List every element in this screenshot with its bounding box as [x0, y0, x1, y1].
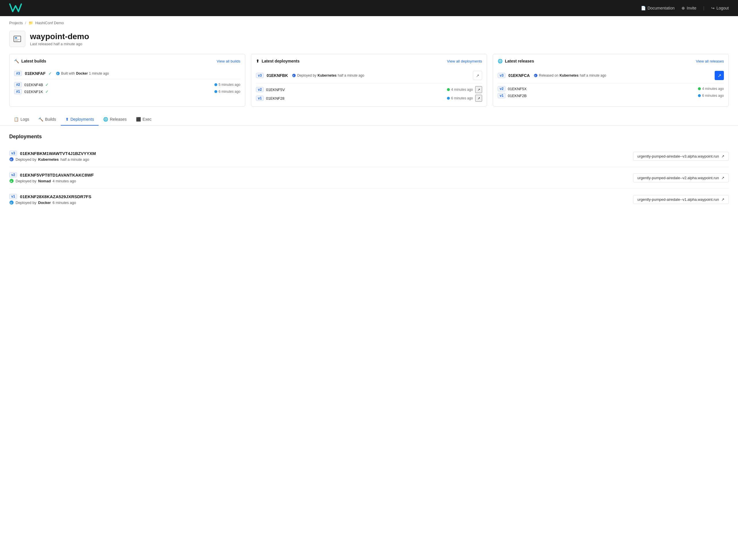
breadcrumb-folder-icon: 📁	[29, 21, 33, 25]
build-sub-item: #1 01EKNF1K ✓ 6 minutes ago	[14, 89, 240, 94]
deploy-deployer-v2: Nomad	[38, 179, 51, 183]
svg-point-14	[698, 87, 701, 90]
view-all-releases-link[interactable]: View all releases	[696, 59, 724, 63]
exec-icon: ⬛	[136, 117, 141, 121]
svg-text:D: D	[10, 202, 12, 204]
deploy-main-item: v3 01EKNFBK K Deployed by Kubernetes hal…	[256, 68, 482, 83]
breadcrumb-project[interactable]: HashiConf Demo	[35, 21, 64, 25]
svg-text:N: N	[10, 180, 12, 183]
deploy-main-ext-btn[interactable]: ↗	[473, 71, 482, 80]
release-sub-item: v2 01EKNF5X 4 minutes ago	[498, 86, 724, 91]
deploy-deployer-v3: Kubernetes	[38, 157, 59, 162]
tab-builds[interactable]: 🔨 Builds	[34, 113, 60, 126]
nav-divider: |	[703, 6, 705, 10]
build-sub-items: #2 01EKNF4B ✓ 5 minutes ago #1 01EKNF1K …	[14, 82, 240, 94]
latest-releases-card: 🌐 Latest releases View all releases v3 0…	[493, 54, 729, 107]
releases-icon: 🌐	[103, 117, 108, 121]
deploy-url-v1[interactable]: urgently-pumped-airedale--v1.alpha.waypo…	[633, 195, 729, 204]
card-header-releases: 🌐 Latest releases View all releases	[498, 59, 724, 63]
documentation-link[interactable]: 📄 Documentation	[641, 6, 675, 10]
k8s-icon-release: K	[534, 73, 538, 77]
svg-rect-3	[15, 40, 18, 41]
k8s-icon-row1: K	[9, 157, 14, 162]
card-title-releases: 🌐 Latest releases	[498, 59, 534, 63]
deploy-time-v1: 6 minutes ago	[52, 200, 76, 205]
svg-point-15	[698, 94, 701, 97]
build-main-id: 01EKNFAF	[25, 71, 45, 76]
ext-arrow-v2: ↗	[721, 176, 724, 180]
app-title: waypoint-demo Last released half a minut…	[30, 32, 89, 46]
docker-sub-icon: D	[56, 71, 60, 75]
release-sub-item-2: v1 01EKNF2B 6 minutes ago	[498, 93, 724, 98]
k8s-icon-main: K	[292, 73, 296, 77]
deployment-left-v1: v1 01EKNF28X8KAZA529JXRSDR7FS D Deployed…	[9, 194, 633, 205]
build-sub-item: #2 01EKNF4B ✓ 5 minutes ago	[14, 82, 240, 87]
svg-point-11	[447, 97, 450, 100]
deploy-time-v3: half a minute ago	[60, 157, 89, 162]
deployments-section-title: Deployments	[9, 134, 729, 140]
svg-text:D: D	[57, 73, 58, 75]
docker-icon-row3: D	[9, 200, 14, 205]
logout-link[interactable]: ↪ Logout	[711, 6, 729, 10]
app-name: waypoint-demo	[30, 32, 89, 41]
release-main-ext-btn[interactable]: ↗	[715, 71, 724, 80]
deploy-version-v2: v2	[9, 172, 17, 177]
deployment-right-v2: urgently-pumped-airedale--v2.alpha.waypo…	[633, 173, 729, 182]
upload-icon: ⬆	[256, 59, 259, 63]
doc-icon: 📄	[641, 6, 646, 10]
app-last-released: Last released half a minute ago	[30, 42, 89, 46]
cards-row: 🔨 Latest builds View all builds #3 01EKN…	[0, 54, 738, 113]
deploy-url-v2[interactable]: urgently-pumped-airedale--v2.alpha.waypo…	[633, 173, 729, 182]
deploy-version-v3: v3	[9, 151, 17, 156]
deploy-id-row-v3: v3 01EKNFBKM1WAWTVT4J1BZVYYXM	[9, 151, 633, 156]
deploy-sub-item: v2 01EKNF5V 4 minutes ago ↗	[256, 86, 482, 93]
deployment-row-v1: v1 01EKNF28X8KAZA529JXRSDR7FS D Deployed…	[9, 189, 729, 210]
deploy-v2-ext-btn[interactable]: ↗	[475, 86, 482, 93]
nomad-icon-sm	[447, 88, 450, 91]
card-header-builds: 🔨 Latest builds View all builds	[14, 59, 240, 63]
invite-icon: ⊕	[682, 6, 685, 10]
deployments-icon: ⬆	[65, 117, 69, 121]
logout-icon: ↪	[711, 6, 715, 10]
release-main-item: v3 01EKNFCA K Released on Kubernetes hal…	[498, 68, 724, 83]
tab-logs[interactable]: 📋 Logs	[9, 113, 34, 126]
svg-point-6	[215, 83, 217, 86]
card-title-deployments: ⬆ Latest deployments	[256, 59, 299, 63]
deploy-time-v2: 4 minutes ago	[52, 179, 76, 183]
breadcrumb: Projects / 📁 HashiConf Demo	[0, 16, 738, 27]
build-main-subinfo: D Built with Docker 1 minute ago	[56, 71, 240, 75]
breadcrumb-projects[interactable]: Projects	[9, 21, 23, 25]
view-all-deployments-link[interactable]: View all deployments	[447, 59, 482, 63]
deployment-row-v3: v3 01EKNFBKM1WAWTVT4J1BZVYYXM K Deployed…	[9, 145, 729, 167]
ext-arrow-v1: ↗	[721, 197, 724, 202]
tab-deployments[interactable]: ⬆ Deployments	[61, 113, 99, 126]
deploy-id-v1: 01EKNF28X8KAZA529JXRSDR7FS	[20, 194, 91, 199]
deploy-id-row-v2: v2 01EKNF5VPT8TD1AVANTKAKC8WF	[9, 172, 633, 177]
tabs: 📋 Logs 🔨 Builds ⬆ Deployments 🌐 Releases…	[0, 113, 738, 126]
svg-rect-2	[15, 39, 20, 40]
tab-exec[interactable]: ⬛ Exec	[131, 113, 156, 126]
wrench-icon: 🔨	[14, 59, 19, 63]
view-all-builds-link[interactable]: View all builds	[217, 59, 240, 63]
deployment-row-v2: v2 01EKNF5VPT8TD1AVANTKAKC8WF N Deployed…	[9, 167, 729, 189]
breadcrumb-sep: /	[25, 21, 26, 25]
ext-arrow-v3: ↗	[721, 154, 724, 158]
card-title-builds: 🔨 Latest builds	[14, 59, 46, 63]
nomad-icon-row2: N	[9, 178, 14, 183]
deploy-sub-v2: N Deployed by Nomad 4 minutes ago	[9, 178, 633, 183]
svg-point-10	[447, 88, 450, 91]
deploy-id-v3: 01EKNFBKM1WAWTVT4J1BZVYYXM	[20, 151, 96, 156]
invite-link[interactable]: ⊕ Invite	[682, 6, 696, 10]
tab-releases[interactable]: 🌐 Releases	[98, 113, 131, 126]
builds-icon: 🔨	[38, 117, 43, 121]
deployment-right-v3: urgently-pumped-airedale--v3.alpha.waypo…	[633, 152, 729, 161]
docker-icon-small2	[214, 90, 218, 93]
navbar: 📄 Documentation ⊕ Invite | ↪ Logout	[0, 0, 738, 16]
deploy-url-v3[interactable]: urgently-pumped-airedale--v3.alpha.waypo…	[633, 152, 729, 161]
deploy-id-v2: 01EKNF5VPT8TD1AVANTKAKC8WF	[20, 172, 94, 177]
deploy-v1-ext-btn[interactable]: ↗	[475, 95, 482, 102]
globe-icon: 🌐	[498, 59, 502, 63]
logo[interactable]	[9, 3, 22, 13]
svg-text:K: K	[293, 75, 295, 77]
content-area: Deployments v3 01EKNFBKM1WAWTVT4J1BZVYYX…	[0, 126, 738, 218]
